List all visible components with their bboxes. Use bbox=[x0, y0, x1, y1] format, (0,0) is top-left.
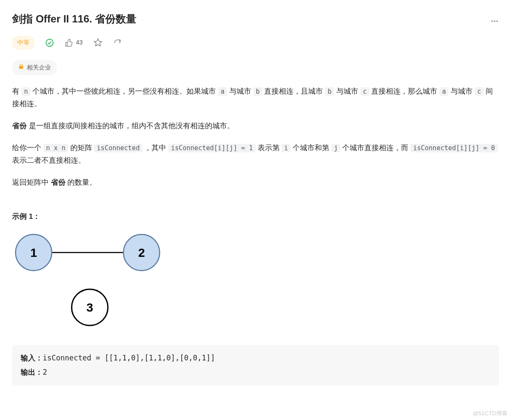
company-tag-label: 相关企业 bbox=[27, 63, 51, 73]
example-heading: 示例 1： bbox=[12, 211, 499, 223]
desc-p3: 给你一个 n x n 的矩阵 isConnected ，其中 isConnect… bbox=[12, 142, 499, 167]
star-icon[interactable] bbox=[93, 38, 103, 47]
difficulty-tag: 中等 bbox=[12, 36, 35, 50]
svg-text:1: 1 bbox=[30, 246, 37, 259]
example-code: 输入：isConnected = [[1,1,0],[1,1,0],[0,0,1… bbox=[12, 345, 499, 386]
lock-icon bbox=[18, 63, 24, 73]
page-title: 剑指 Offer II 116. 省份数量 bbox=[12, 10, 136, 28]
share-icon[interactable] bbox=[113, 38, 122, 47]
svg-point-1 bbox=[494, 21, 495, 22]
code-b: b bbox=[253, 87, 262, 96]
desc-p1: 有 n 个城市，其中一些彼此相连，另一些没有相连。如果城市 a 与城市 b 直接… bbox=[12, 85, 499, 111]
desc-p4: 返回矩阵中 省份 的数量。 bbox=[12, 177, 499, 189]
code-c: c bbox=[360, 87, 369, 96]
desc-p2: 省份 是一组直接或间接相连的城市，组内不含其他没有相连的城市。 bbox=[12, 120, 499, 133]
like-count: 43 bbox=[76, 38, 83, 48]
code-n: n bbox=[22, 87, 31, 96]
more-icon[interactable] bbox=[490, 17, 499, 29]
code-a2: a bbox=[439, 87, 448, 96]
code-eq1: isConnected[i][j] = 1 bbox=[168, 144, 256, 152]
code-eq0: isConnected[i][j] = 0 bbox=[410, 144, 498, 152]
code-a: a bbox=[218, 87, 227, 96]
company-tag[interactable]: 相关企业 bbox=[12, 60, 57, 76]
code-j: j bbox=[331, 144, 341, 152]
example-graph: 1 2 3 bbox=[12, 232, 499, 335]
solved-icon[interactable] bbox=[45, 38, 54, 47]
like-button[interactable]: 43 bbox=[65, 38, 83, 48]
code-nxn: n x n bbox=[44, 144, 68, 152]
code-i: i bbox=[281, 144, 290, 152]
code-b2: b bbox=[325, 87, 334, 96]
meta-row: 中等 43 bbox=[12, 36, 499, 50]
svg-point-2 bbox=[497, 21, 498, 22]
code-c2: c bbox=[475, 87, 484, 96]
svg-text:2: 2 bbox=[138, 246, 145, 259]
svg-text:3: 3 bbox=[86, 301, 93, 314]
svg-point-3 bbox=[46, 39, 54, 46]
code-isc: isConnected bbox=[94, 144, 142, 152]
svg-point-0 bbox=[492, 21, 492, 22]
